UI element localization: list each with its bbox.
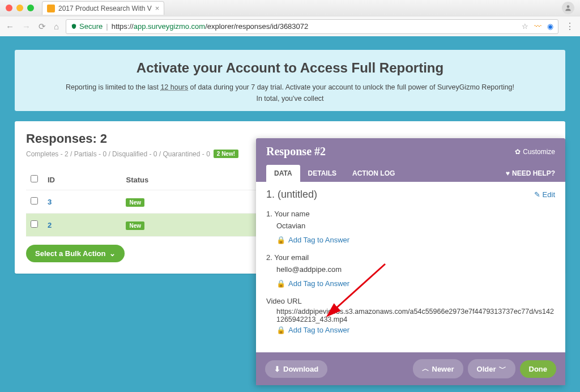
banner-heading: Activate your Account to Access Full Rep… [26, 60, 554, 76]
lock-icon: 🔒 [276, 236, 285, 244]
video-url-value: https://addpipevideos.s3.amazonaws.com/a… [276, 308, 555, 323]
tab-details[interactable]: DETAILS [300, 165, 344, 182]
add-tag-link[interactable]: 🔒 Add Tag to Answer [276, 279, 349, 288]
browser-tab[interactable]: 2017 Product Research With V × [42, 1, 164, 15]
chevron-down-icon: ⌄ [109, 249, 116, 258]
pencil-icon: ✎ [534, 190, 540, 199]
gear-icon: ✿ [515, 148, 521, 156]
select-all-checkbox[interactable] [31, 175, 38, 182]
status-badge: New [126, 221, 144, 230]
responses-stats: Completes - 2 / Partials - 0 / Disqualif… [26, 150, 210, 158]
response-detail-panel: Response #2 ✿ Customize DATA DETAILS ACT… [256, 138, 565, 385]
address-bar[interactable]: Secure | https://app.surveygizmo.com/exp… [66, 19, 558, 34]
banner-line2: In total, you've collect [26, 93, 554, 104]
tab-title: 2017 Product Research With V [58, 5, 152, 12]
url-text: https://app.surveygizmo.com/explorer/res… [112, 22, 309, 31]
question-label: 2. Your email [266, 253, 555, 262]
home-icon[interactable]: ⌂ [54, 22, 59, 32]
lock-icon: 🔒 [276, 279, 285, 288]
question-label: 1. Your name [266, 210, 555, 218]
row-id-link[interactable]: 2 [48, 221, 52, 229]
window-close[interactable] [6, 5, 12, 11]
lock-icon: 🔒 [276, 326, 285, 334]
need-help-link[interactable]: ♥ NEED HELP? [506, 169, 555, 177]
back-icon[interactable]: ← [6, 22, 14, 32]
tab-action-log[interactable]: ACTION LOG [344, 165, 403, 182]
heart-icon: ♥ [506, 169, 510, 177]
answer-value: hello@addpipe.com [276, 265, 555, 274]
col-id: ID [43, 169, 121, 190]
reload-icon[interactable]: ⟳ [39, 22, 46, 32]
row-id-link[interactable]: 3 [48, 198, 52, 206]
secure-badge: Secure [71, 22, 103, 31]
svg-point-0 [567, 5, 570, 8]
edit-link[interactable]: ✎ Edit [534, 190, 555, 199]
section-title: 1. (untitled) [266, 189, 317, 201]
col-status: Status [121, 169, 272, 190]
done-button[interactable]: Done [520, 360, 557, 378]
new-count-badge: 2 New! [214, 150, 238, 158]
video-url-label: Video URL [266, 297, 555, 305]
chevron-up-icon: ︿ [422, 364, 429, 374]
older-button[interactable]: Older ﹀ [468, 359, 515, 378]
newer-button[interactable]: ︿ Newer [413, 359, 463, 378]
star-icon[interactable]: ☆ [522, 22, 528, 31]
extension-icon[interactable]: 〰 [534, 22, 541, 31]
row-checkbox[interactable] [31, 197, 38, 204]
tab-data[interactable]: DATA [266, 165, 300, 182]
window-maximize[interactable] [27, 5, 34, 11]
banner-line1: Reporting is limited to the last 12 hour… [26, 82, 554, 93]
panel-title: Response #2 [266, 145, 326, 158]
activation-banner: Activate your Account to Access Full Rep… [15, 50, 565, 111]
browser-menu-icon[interactable]: ⋮ [565, 21, 574, 32]
row-checkbox[interactable] [31, 220, 38, 228]
tab-close-icon[interactable]: × [155, 4, 160, 12]
download-button[interactable]: ⬇ Download [265, 360, 327, 378]
favicon-icon [47, 5, 55, 12]
add-tag-link[interactable]: 🔒 Add Tag to Answer [276, 236, 349, 244]
customize-link[interactable]: ✿ Customize [515, 148, 555, 156]
status-badge: New [126, 198, 144, 207]
bulk-action-button[interactable]: Select a Bulk Action ⌄ [26, 245, 125, 262]
download-icon: ⬇ [274, 365, 280, 373]
window-minimize[interactable] [16, 5, 23, 11]
add-tag-link[interactable]: 🔒 Add Tag to Answer [276, 326, 349, 334]
extension2-icon[interactable]: ◉ [547, 22, 553, 31]
profile-avatar[interactable] [562, 2, 574, 14]
forward-icon: → [22, 22, 31, 32]
chevron-down-icon: ﹀ [499, 364, 506, 374]
answer-value: Octavian [276, 221, 555, 230]
